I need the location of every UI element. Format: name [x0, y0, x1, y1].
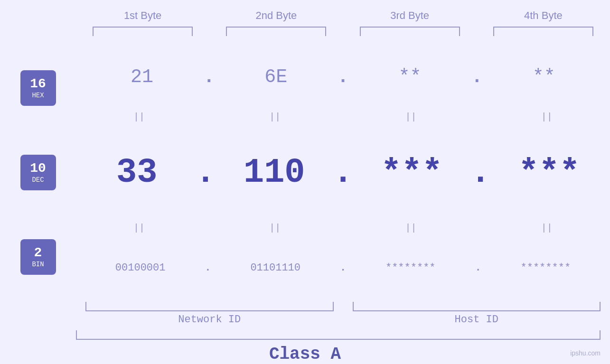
dec-badge-number: 10: [30, 161, 46, 176]
bin-value-4: ********: [521, 262, 571, 274]
dec-value-4: ***: [518, 153, 580, 192]
hex-badge-number: 16: [30, 77, 46, 92]
outer-bottom-bracket-row: [0, 330, 610, 340]
sep-cell-3b: ||: [348, 223, 474, 233]
col-header-3: 3rd Byte: [343, 9, 477, 22]
badges-column: 16 HEX 10 DEC 2 BIN: [0, 46, 76, 299]
sep-cell-3a: ||: [348, 112, 474, 122]
top-bracket-row: [0, 27, 610, 36]
dec-value-2: 110: [244, 153, 305, 192]
hex-row: 21 . 6E . ** . **: [76, 46, 610, 109]
top-bracket-cell-4: [477, 27, 610, 36]
dec-cell-1: 33: [76, 153, 197, 192]
rows-container: 21 . 6E . ** . ** || ||: [76, 46, 610, 299]
host-id-label: Host ID: [343, 314, 610, 326]
hex-value-2: 6E: [264, 66, 287, 88]
network-id-label: Network ID: [76, 314, 343, 326]
sep-cell-1b: ||: [76, 223, 202, 233]
hex-cell-4: **: [478, 66, 610, 88]
sep-cell-2b: ||: [212, 223, 338, 233]
col-header-4: 4th Byte: [477, 9, 610, 22]
dec-dot-2: .: [333, 153, 353, 192]
bin-dot-2: .: [340, 262, 346, 274]
dec-value-3: ***: [381, 153, 442, 192]
bin-cell-2: 01101110: [211, 262, 340, 274]
dec-badge-label: DEC: [32, 176, 44, 184]
bin-row: 00100001 . 01101110 . ******** . *******…: [76, 236, 610, 299]
bin-badge-label: BIN: [32, 261, 44, 268]
sep-cell-1a: ||: [76, 112, 202, 122]
content-area: 16 HEX 10 DEC 2 BIN 21 . 6E: [0, 46, 610, 299]
top-bracket-2: [226, 27, 326, 36]
network-id-bracket-container: [76, 302, 343, 311]
sep-cell-2a: ||: [212, 112, 338, 122]
hex-badge-label: HEX: [32, 92, 44, 99]
dec-value-1: 33: [116, 153, 157, 192]
network-id-bracket: [85, 302, 334, 311]
main-container: 1st Byte 2nd Byte 3rd Byte 4th Byte 16 H…: [0, 0, 610, 364]
top-bracket-cell-1: [76, 27, 209, 36]
col-header-1: 1st Byte: [76, 9, 209, 22]
hex-value-4: **: [533, 66, 555, 88]
hex-cell-1: 21: [76, 66, 208, 88]
top-bracket-3: [360, 27, 460, 36]
bin-cell-3: ********: [346, 262, 475, 274]
top-bracket-4: [493, 27, 593, 36]
class-label: Class A: [269, 345, 341, 364]
bin-badge: 2 BIN: [20, 239, 56, 275]
bin-value-3: ********: [385, 262, 436, 274]
dec-row: 33 . 110 . *** . ***: [76, 125, 610, 220]
dec-cell-4: ***: [488, 153, 610, 192]
class-row: Class A: [0, 345, 610, 364]
dec-badge: 10 DEC: [20, 155, 56, 190]
bin-cell-1: 00100001: [76, 262, 205, 274]
separator-row-1: || || || ||: [76, 109, 610, 125]
labels-row: Network ID Host ID: [0, 314, 610, 326]
bin-value-1: 00100001: [115, 262, 166, 274]
outer-bracket-bottom: [76, 330, 601, 340]
host-id-bracket-container: [343, 302, 610, 311]
bin-dot-1: .: [205, 262, 211, 274]
top-bracket-cell-3: [343, 27, 477, 36]
col-header-2: 2nd Byte: [209, 9, 343, 22]
sep-cell-4a: ||: [484, 112, 610, 122]
bin-value-2: 01101110: [250, 262, 300, 274]
watermark: ipshu.com: [570, 349, 601, 357]
top-bracket-cell-2: [209, 27, 343, 36]
host-id-bracket: [353, 302, 601, 311]
headers-row: 1st Byte 2nd Byte 3rd Byte 4th Byte: [0, 9, 610, 22]
sep-cell-4b: ||: [484, 223, 610, 233]
hex-value-1: 21: [131, 66, 153, 88]
bin-badge-number: 2: [34, 246, 42, 261]
bottom-bracket-row: [0, 302, 610, 311]
hex-cell-2: 6E: [210, 66, 342, 88]
bin-dot-3: .: [475, 262, 481, 274]
bin-cell-4: ********: [481, 262, 610, 274]
separator-row-2: || || || ||: [76, 220, 610, 236]
dec-dot-3: .: [470, 153, 490, 192]
hex-badge: 16 HEX: [20, 70, 56, 106]
dec-cell-3: ***: [351, 153, 472, 192]
dec-cell-2: 110: [214, 153, 335, 192]
hex-cell-3: **: [344, 66, 476, 88]
top-bracket-1: [93, 27, 193, 36]
dec-dot-1: .: [195, 153, 216, 192]
hex-value-3: **: [399, 66, 422, 88]
